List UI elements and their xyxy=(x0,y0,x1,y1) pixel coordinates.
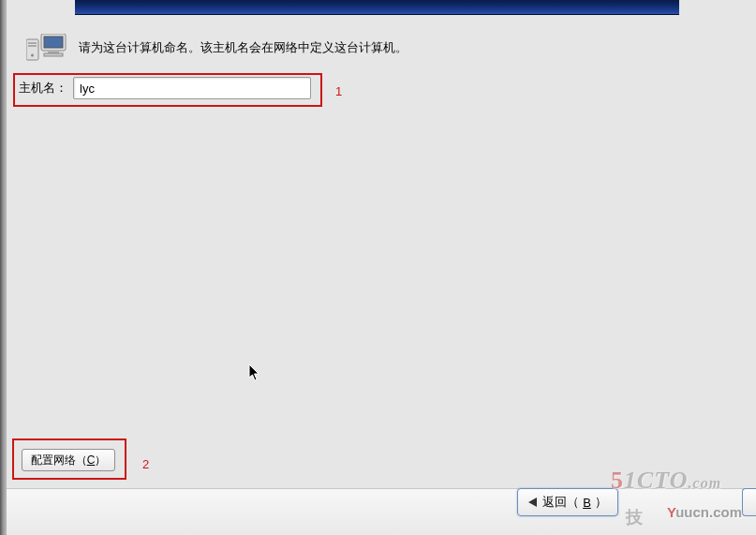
svg-point-7 xyxy=(31,54,34,57)
hostname-label: 主机名： xyxy=(19,80,67,97)
svg-rect-6 xyxy=(28,45,37,47)
svg-rect-3 xyxy=(44,53,63,56)
top-banner xyxy=(75,0,679,15)
svg-rect-5 xyxy=(28,42,37,44)
computer-icon xyxy=(26,34,67,62)
btn-suffix: ） xyxy=(95,453,106,468)
btn-prefix: 配置网络（ xyxy=(31,453,87,468)
btn-mnemonic: C xyxy=(87,453,96,467)
arrow-left-icon xyxy=(528,498,537,507)
cursor-icon xyxy=(248,364,261,385)
back-suffix: ） xyxy=(595,494,607,511)
hostname-input[interactable] xyxy=(73,77,311,99)
window-border xyxy=(0,0,7,535)
configure-network-button[interactable]: 配置网络（C） xyxy=(22,449,115,471)
back-prefix: 返回（ xyxy=(542,494,579,511)
instruction-row: 请为这台计算机命名。该主机名会在网络中定义这台计算机。 xyxy=(26,34,408,62)
instruction-text: 请为这台计算机命名。该主机名会在网络中定义这台计算机。 xyxy=(79,39,408,56)
next-button-fragment[interactable] xyxy=(742,488,756,516)
back-mnemonic: B xyxy=(583,496,591,510)
annotation-1: 1 xyxy=(335,84,342,98)
back-button[interactable]: 返回（B） xyxy=(517,488,618,516)
footer-bar xyxy=(7,488,756,535)
annotation-2: 2 xyxy=(142,457,149,471)
svg-rect-1 xyxy=(44,37,63,48)
hostname-row: 主机名： xyxy=(19,77,311,99)
